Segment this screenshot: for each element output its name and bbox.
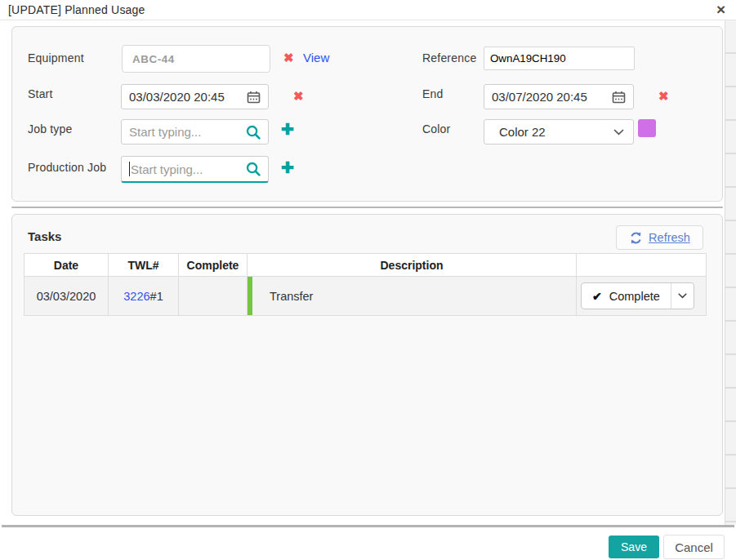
planned-usage-modal: [UPDATE] Planned Usage × Equipment ✖ Vie… [0,0,736,560]
modal-title: [UPDATE] Planned Usage [8,3,145,16]
tasks-table: Date TWL# Complete Description 03/03/202… [24,253,707,316]
background-page-strip [725,20,736,525]
equipment-label: Equipment [28,51,84,64]
job-type-search-box [121,119,269,144]
search-icon[interactable] [245,161,261,177]
start-date-input[interactable]: 03/03/2020 20:45 [121,84,269,109]
header-date: Date [25,254,109,276]
cancel-button[interactable]: Cancel [663,535,725,559]
complete-split-button: ✔ Complete [581,282,694,309]
task-description: Transfer [248,277,577,315]
refresh-button[interactable]: Refresh [616,225,703,250]
refresh-icon [629,231,643,245]
search-icon[interactable] [245,124,261,140]
header-complete: Complete [179,254,248,276]
twl-number-link[interactable]: 3226 [123,290,149,303]
modal-header: [UPDATE] Planned Usage × [0,0,736,20]
tasks-table-header: Date TWL# Complete Description [24,253,707,277]
chevron-down-icon [613,129,624,136]
add-production-job-icon[interactable]: ✚ [281,160,294,176]
color-select[interactable]: Color 22 [484,119,634,144]
end-date-input[interactable]: 03/07/2020 20:45 [484,84,634,109]
end-label: End [422,87,444,100]
reference-input[interactable] [484,47,635,70]
tasks-section-title: Tasks [28,229,61,243]
check-icon: ✔ [592,290,602,303]
job-type-label: Job type [28,122,73,136]
close-icon[interactable]: × [716,1,725,19]
end-clear-icon[interactable]: ✖ [658,90,669,103]
job-type-input[interactable] [129,125,245,139]
color-select-value: Color 22 [499,125,546,139]
table-row: 03/03/2020 3226#1 Transfer ✔ Complete [24,277,707,316]
modal-footer: Save Cancel [0,527,736,560]
start-clear-icon[interactable]: ✖ [293,90,304,103]
header-actions [577,254,707,276]
color-label: Color [422,122,450,136]
header-twl: TWL# [109,254,179,276]
equipment-clear-icon[interactable]: ✖ [283,51,294,64]
text-cursor [129,162,130,176]
reference-label: Reference [422,51,476,64]
refresh-button-label: Refresh [649,231,690,244]
task-action-cell: ✔ Complete [577,277,707,315]
production-job-input[interactable] [131,162,245,176]
section-divider [11,207,723,208]
equipment-view-link[interactable]: View [303,51,329,64]
save-button[interactable]: Save [609,536,659,558]
header-description: Description [248,254,577,276]
task-date: 03/03/2020 [25,277,109,315]
production-job-search-box [121,156,269,183]
color-swatch [638,119,656,137]
twl-suffix: #1 [150,290,163,303]
calendar-icon[interactable] [247,91,261,104]
complete-dropdown-toggle[interactable] [671,283,694,309]
production-job-label: Production Job [28,161,106,174]
complete-button[interactable]: ✔ Complete [582,283,671,309]
add-job-type-icon[interactable]: ✚ [281,122,294,138]
calendar-icon[interactable] [612,91,626,104]
equipment-input[interactable] [122,45,270,73]
task-twl: 3226#1 [109,277,179,315]
start-date-value: 03/03/2020 20:45 [129,90,225,104]
task-complete-cell [179,277,248,315]
start-label: Start [28,87,53,100]
chevron-down-icon [678,293,687,299]
complete-button-label: Complete [609,290,660,303]
end-date-value: 03/07/2020 20:45 [492,90,587,104]
